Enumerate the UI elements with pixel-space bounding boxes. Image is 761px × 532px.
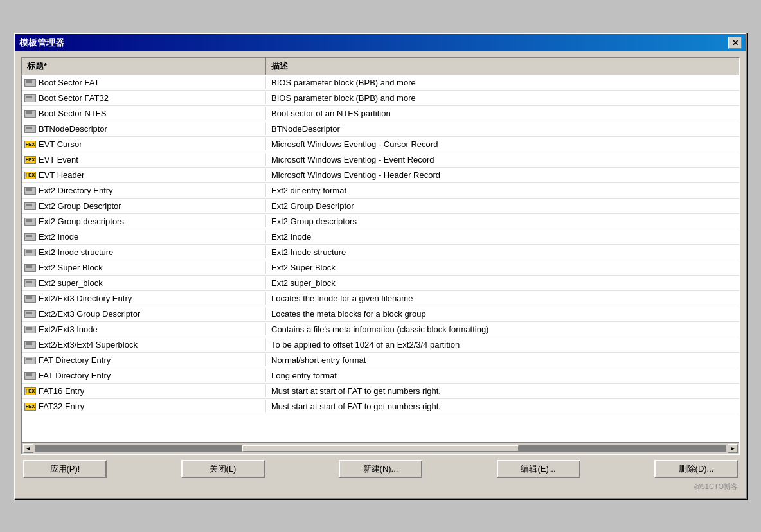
table-row[interactable]: HEXEVT CursorMicrosoft Windows Eventlog …: [22, 137, 739, 152]
template-table: 标题* 描述 Boot Sector FATBIOS parameter blo…: [21, 57, 740, 455]
title-text: BTNodeDescriptor: [39, 124, 107, 134]
title-text: Ext2 Directory Entry: [39, 186, 113, 195]
cell-desc: Ext2 Inode structure: [266, 246, 739, 258]
disk-icon: [24, 264, 36, 272]
cell-title: Boot Sector FAT: [22, 76, 266, 89]
table-row[interactable]: Ext2 InodeExt2 Inode: [22, 229, 739, 245]
cell-title: Ext2 Inode: [22, 231, 266, 243]
window-title: 模板管理器: [19, 37, 64, 49]
disk-icon: [24, 202, 36, 210]
table-scroll-area[interactable]: Boot Sector FATBIOS parameter block (BPB…: [22, 75, 739, 442]
table-row[interactable]: Ext2/Ext3 Directory EntryLocates the Ino…: [22, 291, 739, 306]
scroll-track[interactable]: [35, 445, 726, 452]
hex-icon: HEX: [24, 156, 36, 164]
cell-title: FAT Directory Entry: [22, 369, 266, 382]
cell-title: HEXEVT Header: [22, 169, 266, 181]
cell-desc: To be applied to offset 1024 of an Ext2/…: [266, 339, 739, 351]
table-row[interactable]: Ext2 Directory EntryExt2 dir entry forma…: [22, 183, 739, 199]
disk-icon: [24, 372, 36, 380]
disk-icon: [24, 187, 36, 195]
table-row[interactable]: Ext2 super_blockExt2 super_block: [22, 276, 739, 291]
cell-title: Boot Sector FAT32: [22, 92, 266, 104]
table-row[interactable]: Boot Sector FATBIOS parameter block (BPB…: [22, 75, 739, 91]
scroll-left-button[interactable]: ◄: [23, 444, 33, 453]
cell-desc: Ext2 Group Descriptor: [266, 200, 739, 212]
title-bar: 模板管理器 ✕: [15, 34, 746, 51]
cell-desc: Locates the Inode for a given filename: [266, 292, 739, 305]
disk-icon: [24, 341, 36, 349]
new-button[interactable]: 新建(N)...: [339, 460, 422, 478]
delete-button[interactable]: 删除(D)...: [654, 460, 738, 478]
cell-title: Ext2/Ext3/Ext4 Superblock: [22, 339, 266, 351]
disk-icon: [24, 279, 36, 287]
title-text: EVT Cursor: [39, 139, 82, 149]
title-text: Boot Sector NTFS: [39, 109, 106, 118]
title-text: Ext2 super_block: [39, 278, 103, 288]
apply-button[interactable]: 应用(P)!: [23, 460, 107, 478]
table-row[interactable]: HEXFAT16 EntryMust start at start of FAT…: [22, 384, 739, 399]
cell-desc: Ext2 Inode: [266, 231, 739, 243]
watermark: @51CTO博客: [21, 481, 740, 493]
table-row[interactable]: HEXFAT32 EntryMust start at start of FAT…: [22, 399, 739, 414]
hex-icon: HEX: [24, 403, 36, 411]
scroll-right-button[interactable]: ►: [728, 444, 738, 453]
table-row[interactable]: BTNodeDescriptorBTNodeDescriptor: [22, 121, 739, 137]
title-text: Ext2/Ext3 Group Descriptor: [39, 309, 140, 319]
cell-title: Ext2 Super Block: [22, 262, 266, 274]
title-text: Ext2/Ext3/Ext4 Superblock: [39, 340, 138, 350]
cell-desc: Ext2 Super Block: [266, 262, 739, 274]
disk-icon: [24, 249, 36, 256]
cell-desc: Contains a file's meta information (clas…: [266, 323, 739, 335]
cell-title: Ext2 Inode structure: [22, 246, 266, 258]
cell-title: Ext2 super_block: [22, 277, 266, 289]
title-text: EVT Header: [39, 170, 84, 180]
title-bar-text: 模板管理器: [19, 37, 64, 49]
title-text: Ext2 Group descriptors: [39, 217, 124, 226]
title-text: Ext2/Ext3 Inode: [39, 324, 98, 334]
edit-button[interactable]: 编辑(E)...: [497, 460, 580, 478]
cell-desc: Long entry format: [266, 369, 739, 382]
title-text: Ext2/Ext3 Directory Entry: [39, 294, 132, 303]
cell-title: Ext2/Ext3 Group Descriptor: [22, 308, 266, 320]
cell-desc: Must start at start of FAT to get number…: [266, 400, 739, 412]
cell-desc: Locates the meta blocks for a block grou…: [266, 308, 739, 320]
cell-title: HEXFAT16 Entry: [22, 385, 266, 397]
table-row[interactable]: Boot Sector NTFSBoot sector of an NTFS p…: [22, 106, 739, 121]
table-row[interactable]: Boot Sector FAT32BIOS parameter block (B…: [22, 91, 739, 106]
table-row[interactable]: HEXEVT HeaderMicrosoft Windows Eventlog …: [22, 168, 739, 183]
cell-desc: BIOS parameter block (BPB) and more: [266, 92, 739, 104]
disk-icon: [24, 125, 36, 133]
table-row[interactable]: Ext2 Super BlockExt2 Super Block: [22, 260, 739, 276]
table-row[interactable]: Ext2 Group descriptorsExt2 Group descrip…: [22, 214, 739, 229]
table-row[interactable]: HEXEVT EventMicrosoft Windows Eventlog -…: [22, 152, 739, 168]
close-button-bottom[interactable]: 关闭(L): [181, 460, 265, 478]
table-row[interactable]: Ext2/Ext3/Ext4 SuperblockTo be applied t…: [22, 337, 739, 353]
table-row[interactable]: Ext2 Inode structureExt2 Inode structure: [22, 245, 739, 260]
title-text: FAT Directory Entry: [39, 355, 111, 365]
table-row[interactable]: Ext2/Ext3 InodeContains a file's meta in…: [22, 322, 739, 337]
table-row[interactable]: Ext2 Group DescriptorExt2 Group Descript…: [22, 199, 739, 214]
cell-title: Ext2 Directory Entry: [22, 184, 266, 197]
cell-title: HEXEVT Event: [22, 154, 266, 166]
cell-desc: Must start at start of FAT to get number…: [266, 385, 739, 397]
disk-icon: [24, 310, 36, 318]
title-text: Ext2 Inode: [39, 232, 78, 242]
table-row[interactable]: FAT Directory EntryLong entry format: [22, 368, 739, 384]
cell-desc: Normal/short entry format: [266, 354, 739, 366]
scroll-thumb[interactable]: [242, 445, 519, 452]
close-button[interactable]: ✕: [728, 37, 742, 49]
col-desc-header: 描述: [266, 58, 739, 75]
disk-icon: [24, 357, 36, 364]
horizontal-scrollbar[interactable]: ◄ ►: [22, 442, 739, 454]
title-text: FAT Directory Entry: [39, 371, 111, 380]
title-text: EVT Event: [39, 155, 78, 164]
cell-title: Ext2/Ext3 Inode: [22, 323, 266, 335]
table-row[interactable]: FAT Directory EntryNormal/short entry fo…: [22, 353, 739, 368]
table-row[interactable]: Ext2/Ext3 Group DescriptorLocates the me…: [22, 306, 739, 322]
disk-icon: [24, 233, 36, 241]
cell-title: FAT Directory Entry: [22, 354, 266, 366]
col-title-header: 标题*: [22, 58, 266, 75]
cell-title: HEXEVT Cursor: [22, 138, 266, 150]
cell-title: Boot Sector NTFS: [22, 107, 266, 120]
cell-desc: BTNodeDescriptor: [266, 123, 739, 135]
